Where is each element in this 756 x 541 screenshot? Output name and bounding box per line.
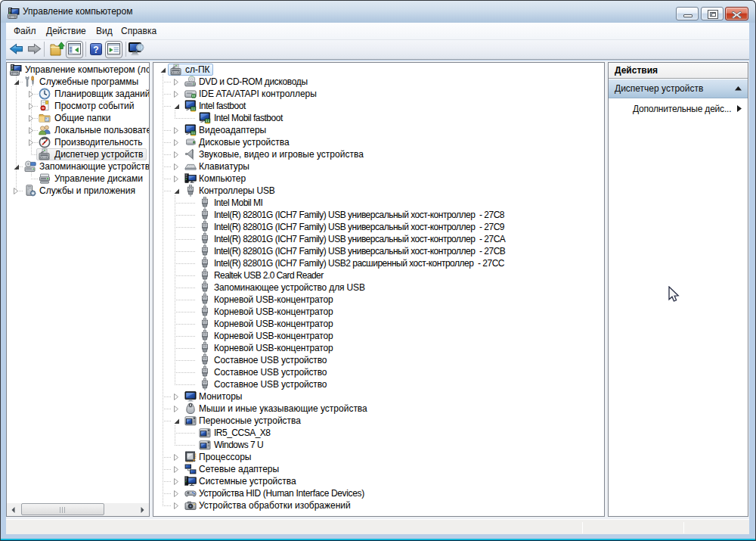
svg-text:?: ? bbox=[93, 45, 98, 55]
